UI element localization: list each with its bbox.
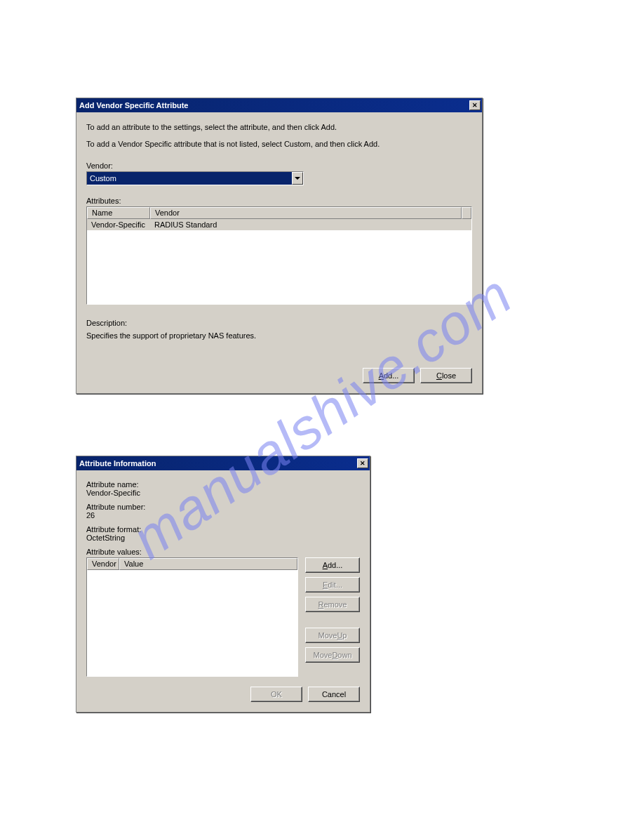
close-icon: ✕ [360, 460, 365, 467]
chevron-down-icon [292, 172, 303, 185]
instruction-text-1: To add an attribute to the settings, sel… [86, 122, 472, 132]
vendor-dropdown-value: Custom [87, 174, 303, 183]
description-text: Specifies the support of proprietary NAS… [86, 331, 472, 340]
move-down-button[interactable]: Move Down [305, 647, 360, 663]
add-button[interactable]: Add... [363, 368, 415, 383]
btn-text-post: p [342, 631, 347, 640]
list-cell-name: Vendor-Specific [87, 220, 150, 229]
close-dialog-button[interactable]: Close [420, 368, 472, 383]
edit-button[interactable]: Edit... [305, 577, 360, 593]
move-up-button[interactable]: Move Up [305, 628, 360, 643]
titlebar: Attribute Information ✕ [76, 456, 370, 470]
btn-text-post: dd... [384, 371, 398, 380]
column-header-value[interactable]: Value [119, 558, 297, 570]
add-vendor-specific-attribute-dialog: Add Vendor Specific Attribute ✕ To add a… [76, 98, 483, 394]
btn-text-post: own [337, 651, 351, 659]
remove-button[interactable]: Remove [305, 597, 360, 612]
cancel-button[interactable]: Cancel [308, 687, 360, 702]
attribute-number-label: Attribute number: [86, 503, 360, 511]
titlebar: Add Vendor Specific Attribute ✕ [76, 98, 482, 112]
column-header-vendor[interactable]: Vendor [150, 207, 462, 219]
column-header-spacer [462, 207, 471, 219]
list-item[interactable]: Vendor-Specific RADIUS Standard [87, 219, 471, 230]
btn-text-pre: Move [313, 651, 332, 659]
attributes-list[interactable]: Name Vendor Vendor-Specific RADIUS Stand… [86, 206, 472, 305]
btn-text-u: C [436, 371, 442, 380]
attribute-number-value: 26 [86, 511, 360, 519]
attribute-information-dialog: Attribute Information ✕ Attribute name: … [76, 456, 370, 713]
add-button[interactable]: Add... [305, 557, 360, 573]
values-list-header: Vendor Value [87, 558, 297, 570]
attribute-format-value: OctetString [86, 534, 360, 542]
btn-text-post: emove [323, 600, 347, 609]
btn-text-post: dd... [328, 561, 342, 569]
attribute-values-label: Attribute values: [86, 548, 360, 556]
btn-text-u: U [337, 631, 342, 640]
attribute-name-label: Attribute name: [86, 480, 360, 489]
btn-text-post: dit... [328, 581, 342, 589]
attributes-label: Attributes: [86, 197, 472, 205]
vendor-label: Vendor: [86, 161, 472, 170]
ok-button[interactable]: OK [250, 687, 302, 702]
attribute-format-label: Attribute format: [86, 525, 360, 534]
dialog-title: Add Vendor Specific Attribute [79, 101, 188, 110]
attributes-list-header: Name Vendor [87, 207, 471, 219]
btn-text-u: A [379, 371, 384, 380]
btn-text-u: D [332, 651, 337, 659]
close-button[interactable]: ✕ [357, 458, 368, 468]
instruction-text-2: To add a Vendor Specific attribute that … [86, 139, 472, 149]
attribute-name-value: Vendor-Specific [86, 489, 360, 497]
list-cell-vendor: RADIUS Standard [150, 220, 471, 229]
close-icon: ✕ [472, 102, 478, 109]
close-button[interactable]: ✕ [469, 100, 481, 110]
btn-text-u: A [323, 561, 328, 569]
btn-text-post: lose [442, 371, 456, 380]
description-label: Description: [86, 319, 472, 327]
column-header-name[interactable]: Name [87, 207, 150, 219]
btn-text-u: E [323, 581, 328, 589]
column-header-vendor[interactable]: Vendor [87, 558, 119, 570]
vendor-dropdown[interactable]: Custom [86, 171, 304, 185]
attribute-values-list[interactable]: Vendor Value [86, 557, 298, 677]
btn-text-u: R [318, 600, 324, 609]
btn-text-pre: Move [318, 631, 337, 640]
dialog-title: Attribute Information [79, 459, 156, 468]
